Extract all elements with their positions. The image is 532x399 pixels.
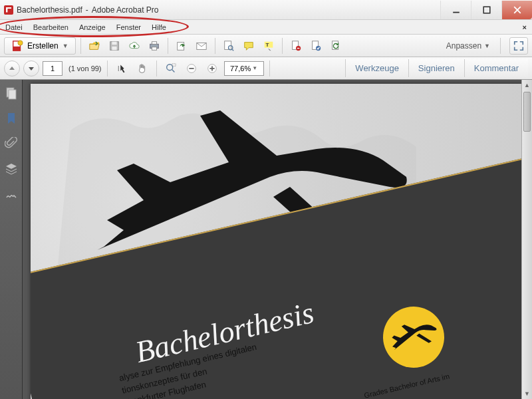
chevron-down-icon: ▼ [63,43,68,49]
zoom-select-icon [165,63,177,74]
document-view[interactable]: Bachelorthesis alyse zur Empfehlung eine… [23,80,532,399]
svg-rect-8 [112,41,116,44]
svg-line-28 [172,69,174,72]
menu-anzeige[interactable]: Anzeige [79,23,106,31]
panel-signieren[interactable]: Signieren [408,59,464,77]
magnifier-doc-icon [223,40,235,52]
svg-rect-1 [483,7,490,13]
speech-bubble-icon [243,40,255,52]
menu-bearbeiten[interactable]: Bearbeiten [33,23,68,31]
attachments-icon[interactable] [5,137,18,150]
pages-icon[interactable] [5,86,18,100]
panel-werkzeuge[interactable]: Werkzeuge [345,59,408,77]
primary-toolbar: Erstellen ▼ T Anpassen ▼ [0,35,532,57]
envelope-icon [196,40,207,52]
text-highlight-icon: T [263,40,275,52]
chevron-down-icon: ▼ [484,43,490,49]
svg-point-6 [18,40,23,45]
customize-toolbar-button[interactable]: Anpassen ▼ [441,41,495,51]
scroll-up-icon[interactable]: ▲ [522,80,532,90]
highlight-button[interactable]: T [260,37,277,55]
svg-rect-9 [112,46,116,49]
search-button[interactable] [220,37,237,55]
navigation-toolbar: (1 von 99) I 77,6% ▼ Werkzeuge Signieren… [0,57,532,80]
comment-button[interactable] [240,37,257,55]
save-button[interactable] [106,37,123,55]
page-up-button[interactable] [4,61,20,76]
menu-datei[interactable]: Datei [5,23,23,31]
form-button[interactable] [327,37,344,55]
cursor-text-icon: I [116,63,128,74]
bookmarks-icon[interactable] [5,112,18,125]
panel-kommentar[interactable]: Kommentar [464,59,528,77]
menu-bar: Datei Bearbeiten Anzeige Fenster Hilfe × [0,20,532,35]
svg-line-17 [232,49,233,51]
minus-icon [186,63,198,74]
share-arrow-icon [176,40,188,52]
reading-mode-button[interactable] [509,37,528,55]
svg-rect-12 [152,47,156,50]
zoom-out-button[interactable] [183,60,200,77]
arrow-up-icon [9,65,15,72]
create-pdf-icon [11,40,23,52]
menu-fenster[interactable]: Fenster [116,23,141,31]
svg-rect-5 [13,46,21,50]
page-down-button[interactable] [23,61,39,76]
zoom-marquee-button[interactable] [162,60,180,77]
customize-label: Anpassen [446,41,481,51]
form-refresh-icon [330,40,342,52]
print-button[interactable] [146,37,163,55]
share-button[interactable] [173,37,190,55]
zoom-in-button[interactable] [203,60,221,77]
window-appname: Adobe Acrobat Pro [92,5,159,15]
create-button-label: Erstellen [27,41,59,51]
acrobat-app-icon [4,5,13,15]
page-delete-icon [290,40,302,52]
vertical-scrollbar[interactable]: ▲ ▼ [521,80,532,399]
navigation-pane [0,80,23,399]
zoom-level-input[interactable]: 77,6% ▼ [224,61,264,76]
folder-open-icon [88,40,100,52]
page-count-label: (1 von 99) [68,65,102,72]
svg-point-27 [166,64,172,70]
scrollbar-thumb[interactable] [523,92,531,132]
cloud-upload-icon [128,40,140,52]
email-button[interactable] [193,37,210,55]
stamp-button[interactable] [307,37,325,55]
delete-page-button[interactable] [287,37,305,55]
svg-text:I: I [117,64,119,72]
document-close-icon[interactable]: × [523,23,527,31]
window-titlebar: Bachelorthesis.pdf - Adobe Acrobat Pro [0,0,532,20]
cloud-button[interactable] [126,37,143,55]
arrow-down-icon [28,65,35,72]
select-tool[interactable]: I [113,60,130,77]
chevron-down-icon: ▼ [252,65,257,71]
small-airplane-icon [385,316,443,358]
zoom-value: 77,6% [230,65,251,72]
menu-hilfe[interactable]: Hilfe [152,23,166,31]
printer-icon [148,40,160,52]
svg-rect-36 [9,90,16,99]
svg-text:T: T [265,41,269,47]
layers-icon[interactable] [5,162,18,176]
window-filename: Bachelorthesis.pdf [17,5,82,15]
expand-icon [513,40,525,52]
hand-tool[interactable] [134,60,151,77]
page-number-input[interactable] [43,61,63,76]
floppy-disk-icon [108,40,120,52]
content-area: Bachelorthesis alyse zur Empfehlung eine… [0,80,532,399]
minimize-button[interactable] [440,1,471,19]
pdf-page: Bachelorthesis alyse zur Empfehlung eine… [31,84,523,399]
open-button[interactable] [86,37,103,55]
maximize-button[interactable] [471,1,501,19]
create-button[interactable]: Erstellen ▼ [4,37,76,55]
stamp-icon [310,40,322,52]
scroll-down-icon[interactable]: ▼ [522,388,532,399]
hand-icon [136,63,148,74]
svg-rect-11 [152,41,156,44]
window-close-button[interactable] [501,1,532,19]
plus-icon [206,63,218,74]
signatures-icon[interactable] [5,188,18,201]
